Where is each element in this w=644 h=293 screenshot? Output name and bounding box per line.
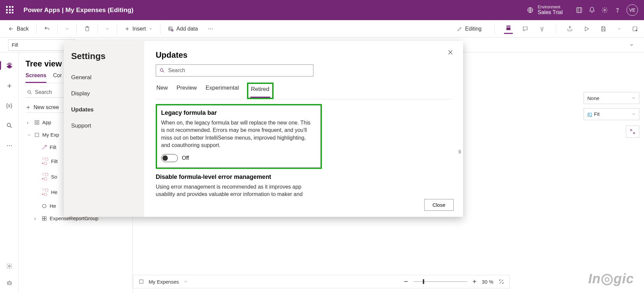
settings-nav-display[interactable]: Display — [71, 86, 144, 102]
setting-disable-error-mgmt: Disable formula-level error management U… — [156, 170, 317, 197]
svg-rect-28 — [35, 133, 39, 137]
virtual-agent-icon[interactable] — [6, 280, 13, 286]
legacy-toggle[interactable] — [161, 154, 178, 162]
overflow-button[interactable] — [204, 24, 217, 34]
tree-view-icon[interactable] — [6, 62, 13, 69]
paste-chevron[interactable] — [102, 25, 113, 33]
formula-expand[interactable] — [627, 41, 636, 49]
svg-rect-32 — [42, 218, 44, 220]
play-icon[interactable] — [582, 25, 591, 33]
share-icon[interactable] — [565, 25, 574, 33]
tab-experimental[interactable]: Experimental — [205, 83, 239, 99]
settings-nav: Settings General Display Updates Support — [64, 41, 144, 217]
settings-dialog: Settings General Display Updates Support… — [64, 41, 463, 217]
screen-name[interactable]: My Expenses — [149, 279, 179, 285]
chevron-down-icon — [149, 27, 153, 31]
editing-label: Editing — [465, 26, 482, 32]
chevron-down-icon[interactable] — [184, 280, 188, 284]
settings-search[interactable]: Search — [156, 64, 313, 77]
editing-mode[interactable]: Editing — [454, 24, 485, 34]
add-data-button[interactable]: Add data — [164, 24, 201, 34]
user-avatar[interactable]: VE — [627, 4, 638, 16]
zoom-in[interactable]: + — [473, 278, 477, 286]
control-icon: ♡▢+▢ — [42, 172, 48, 181]
settings-nav-general[interactable]: General — [71, 69, 144, 86]
scrollbar-thumb[interactable] — [458, 150, 461, 154]
command-bar: Back Insert Add data Editing — [0, 20, 644, 38]
settings-heading: Settings — [71, 51, 144, 61]
tab-retired[interactable]: Retired — [250, 84, 270, 98]
paste-button[interactable] — [81, 24, 94, 34]
setting-desc: Using error management is recommended as… — [156, 183, 310, 197]
zoom-slider[interactable] — [413, 281, 467, 282]
undo-chevron[interactable] — [62, 25, 72, 33]
svg-rect-31 — [45, 216, 46, 218]
screen-icon — [34, 132, 40, 138]
control-icon: ♡▢+▢ — [42, 157, 48, 165]
publish-icon[interactable] — [631, 25, 639, 33]
insert-rail-icon[interactable] — [6, 83, 13, 89]
svg-point-16 — [7, 145, 8, 146]
svg-point-14 — [636, 30, 637, 31]
fullscreen-icon[interactable] — [499, 279, 504, 284]
left-rail: {x} — [0, 52, 19, 293]
save-icon[interactable] — [599, 25, 608, 33]
clipboard-icon — [84, 26, 90, 32]
environment-picker[interactable]: Environment Sales Trial — [527, 5, 563, 15]
tab-screens[interactable]: Screens — [26, 72, 46, 83]
globe-icon — [527, 7, 534, 13]
help-icon[interactable] — [611, 7, 624, 13]
insert-button[interactable]: Insert — [121, 24, 156, 34]
app-icon — [34, 120, 40, 125]
circle-icon — [42, 203, 47, 209]
gear-icon[interactable] — [598, 7, 611, 13]
undo-icon — [44, 26, 50, 32]
screen-icon — [139, 279, 144, 284]
comment-icon[interactable] — [521, 25, 530, 33]
save-chevron[interactable] — [616, 26, 623, 32]
plus-icon — [26, 105, 31, 110]
setting-desc: When on, the legacy formula bar will rep… — [161, 119, 315, 149]
control-icon: ♡▢+▢ — [42, 188, 48, 196]
app-header: Power Apps | My Expenses (Editing) Envir… — [0, 0, 644, 20]
prop-dropdown-2[interactable]: Fit — [584, 108, 639, 120]
tab-preview[interactable]: Preview — [176, 83, 197, 99]
tools-icon[interactable] — [504, 23, 513, 34]
checker-icon[interactable] — [538, 25, 546, 33]
settings-nav-updates[interactable]: Updates — [71, 102, 144, 118]
variables-icon[interactable]: {x} — [6, 103, 12, 109]
waffle-icon[interactable] — [6, 6, 14, 14]
autofit-button[interactable] — [626, 126, 639, 138]
chevron-down-icon — [65, 27, 69, 31]
svg-rect-25 — [37, 120, 39, 122]
tab-new[interactable]: New — [156, 83, 168, 99]
svg-rect-33 — [45, 218, 46, 220]
back-label: Back — [17, 26, 29, 32]
svg-rect-26 — [35, 123, 37, 125]
svg-point-21 — [8, 283, 9, 284]
zoom-out[interactable]: − — [404, 277, 408, 286]
prop-dropdown-1[interactable]: None — [584, 92, 639, 104]
office-icon[interactable] — [573, 7, 586, 13]
env-label: Environment — [538, 5, 563, 9]
bell-icon[interactable] — [586, 7, 598, 13]
svg-point-17 — [9, 145, 10, 146]
close-button[interactable]: Close — [424, 199, 454, 211]
settings-nav-support[interactable]: Support — [71, 118, 144, 134]
search-rail-icon[interactable] — [6, 122, 13, 129]
svg-point-8 — [208, 28, 209, 29]
settings-rail-icon[interactable] — [6, 263, 13, 270]
svg-point-2 — [604, 9, 606, 11]
svg-rect-27 — [37, 123, 39, 125]
svg-point-9 — [210, 28, 211, 29]
close-icon[interactable] — [447, 49, 454, 56]
group-icon — [42, 216, 47, 221]
back-button[interactable]: Back — [5, 24, 32, 34]
pencil-icon — [457, 26, 462, 32]
updates-heading: Updates — [156, 50, 452, 60]
chevron-down-icon — [105, 27, 109, 31]
undo-button[interactable] — [41, 24, 53, 34]
tab-components[interactable]: Cor — [53, 72, 62, 83]
more-rail-icon[interactable] — [6, 142, 13, 149]
svg-point-3 — [617, 11, 618, 12]
